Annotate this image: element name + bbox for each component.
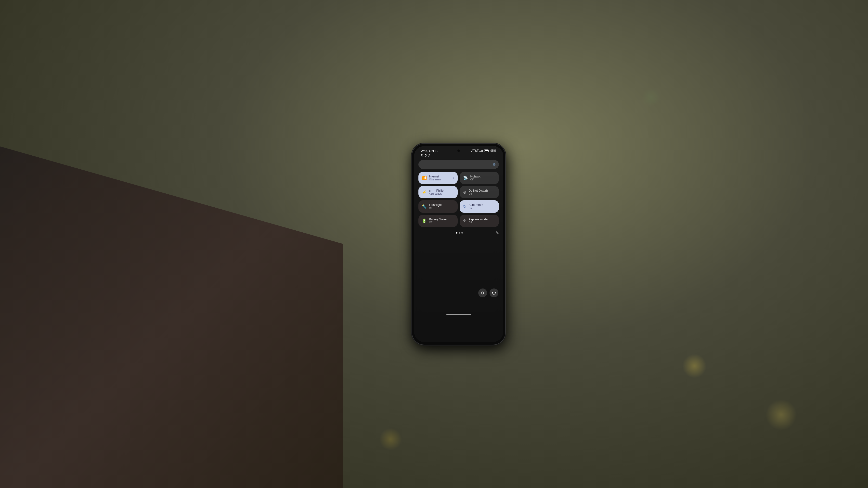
bottom-area: ✎ — [414, 228, 503, 237]
tile-flashlight-label: Flashlight — [429, 203, 454, 207]
autorotate-icon: ↻ — [463, 204, 466, 209]
tile-airplane-sublabel: Off — [469, 221, 495, 224]
tile-hotspot-label: Hotspot — [470, 175, 495, 178]
tile-flashlight[interactable]: 🔦 Flashlight Off — [418, 200, 458, 213]
bottom-buttons: ⚙ ⏻ — [414, 287, 503, 299]
status-bar: Wed, Oct 12 9:27 AT&T — [414, 146, 503, 158]
tile-dnd-text: Do Not Disturb Off — [469, 189, 495, 195]
tile-hotspot[interactable]: 📡 Hotspot Off — [460, 172, 499, 184]
tile-battery-saver-label: Battery Saver — [429, 218, 454, 221]
page-dot-1 — [456, 232, 458, 234]
tile-airplane[interactable]: ✈ Airplane mode Off — [460, 215, 499, 227]
battery-percent: 95% — [490, 149, 496, 153]
tile-internet[interactable]: 📶 Internet Obamaram › — [418, 172, 458, 184]
carrier-name: AT&T — [471, 149, 479, 153]
tile-airplane-label: Airplane mode — [469, 218, 495, 221]
phone: Wed, Oct 12 9:27 AT&T — [412, 143, 505, 345]
dnd-icon: ⊖ — [463, 190, 466, 195]
tile-flashlight-text: Flashlight Off — [429, 203, 454, 209]
page-dot-2 — [459, 232, 460, 234]
tile-battery-saver-sublabel: Off — [429, 221, 454, 224]
tile-hotspot-sublabel: Off — [470, 178, 495, 181]
battery-tip — [489, 150, 489, 151]
tile-bluetooth-sublabel: 42% battery — [429, 192, 454, 195]
signal-bars — [479, 149, 483, 152]
quick-tiles-grid: 📶 Internet Obamaram › 📡 Hotspot Off — [414, 171, 503, 228]
tile-battery-saver[interactable]: 🔋 Battery Saver Off — [418, 215, 458, 227]
battery-saver-icon: 🔋 — [422, 218, 427, 223]
phone-wrapper: Wed, Oct 12 9:27 AT&T — [412, 143, 505, 345]
search-input-field[interactable]: ⚙ — [418, 160, 499, 169]
tile-dnd[interactable]: ⊖ Do Not Disturb Off — [460, 186, 499, 198]
tile-hotspot-text: Hotspot Off — [470, 175, 495, 181]
tile-autorotate-text: Auto-rotate On — [469, 203, 495, 209]
tile-autorotate[interactable]: ↻ Auto-rotate On — [460, 200, 499, 213]
tile-bluetooth-text: ch Philip 42% battery — [429, 189, 454, 195]
status-carrier: AT&T 95% — [471, 149, 496, 153]
phone-screen: Wed, Oct 12 9:27 AT&T — [414, 146, 503, 342]
battery-body — [484, 150, 489, 152]
status-right: AT&T 95% — [471, 149, 496, 153]
tile-bluetooth-label: ch Philip — [429, 189, 454, 192]
camera-notch — [458, 150, 460, 152]
page-indicators — [423, 232, 496, 234]
bluetooth-icon: ⚡ — [422, 190, 427, 195]
home-bar — [446, 314, 471, 315]
tile-internet-text: Internet Obamaram — [429, 175, 451, 181]
settings-icon: ⚙ — [493, 163, 496, 166]
settings-icon: ⚙ — [481, 291, 485, 295]
wifi-icon: 📶 — [422, 175, 427, 180]
signal-bar-3 — [482, 150, 482, 152]
power-icon: ⏻ — [492, 291, 496, 295]
tile-battery-saver-text: Battery Saver Off — [429, 218, 454, 224]
tile-bluetooth[interactable]: ⚡ ch Philip 42% battery — [418, 186, 458, 198]
flashlight-icon: 🔦 — [422, 204, 427, 209]
tile-airplane-text: Airplane mode Off — [469, 218, 495, 224]
power-button[interactable]: ⏻ — [490, 289, 498, 297]
status-date: Wed, Oct 12 — [421, 149, 438, 153]
page-dot-3 — [461, 232, 463, 234]
tile-internet-sublabel: Obamaram — [429, 178, 451, 181]
tile-dnd-label: Do Not Disturb — [469, 189, 495, 192]
signal-bar-1 — [479, 151, 480, 152]
tile-autorotate-sublabel: On — [469, 207, 495, 210]
search-bar[interactable]: ⚙ — [418, 160, 499, 169]
tile-flashlight-sublabel: Off — [429, 207, 454, 210]
status-left: Wed, Oct 12 9:27 — [421, 149, 438, 158]
signal-bar-4 — [483, 150, 483, 152]
settings-button[interactable]: ⚙ — [478, 289, 487, 297]
home-indicator[interactable] — [414, 314, 503, 317]
airplane-icon: ✈ — [463, 218, 466, 223]
signal-bar-2 — [480, 151, 481, 152]
tile-autorotate-label: Auto-rotate — [469, 203, 495, 207]
battery-fill — [485, 150, 488, 151]
tile-internet-label: Internet — [429, 175, 451, 178]
battery-icon — [484, 150, 489, 152]
status-time: 9:27 — [421, 153, 438, 158]
tile-dnd-sublabel: Off — [469, 192, 495, 195]
hotspot-icon: 📡 — [463, 175, 468, 180]
chevron-right-icon: › — [453, 176, 454, 180]
edit-button[interactable]: ✎ — [496, 230, 499, 235]
